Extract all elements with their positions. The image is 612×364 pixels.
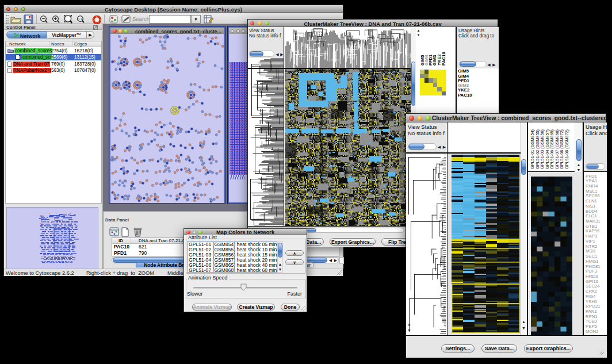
svg-text:1:1: 1:1	[78, 17, 83, 21]
